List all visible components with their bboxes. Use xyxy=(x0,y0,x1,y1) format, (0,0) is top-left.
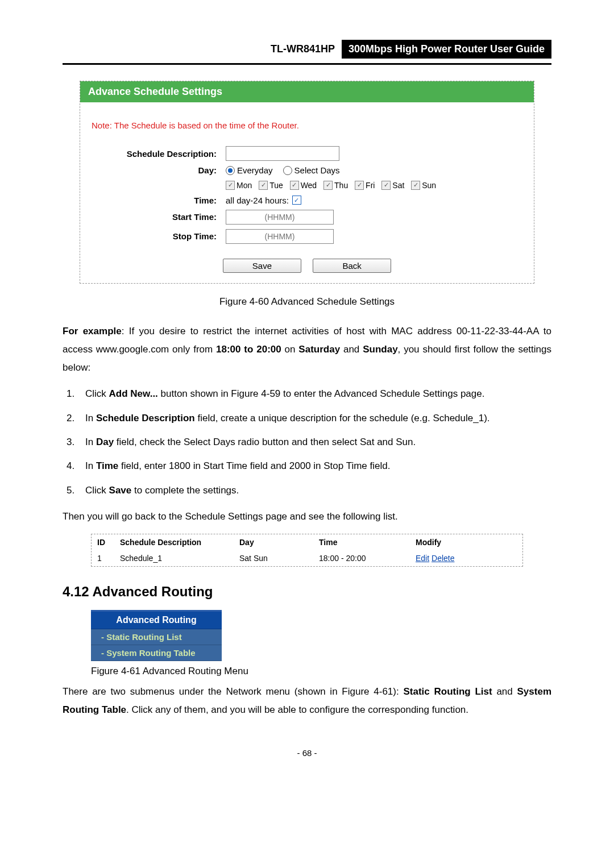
stop-time-input[interactable] xyxy=(226,229,334,244)
chk-tue[interactable]: ✓ xyxy=(259,181,268,190)
label-stop-time: Stop Time: xyxy=(92,231,226,241)
menu-title: Advanced Routing xyxy=(91,612,222,629)
radio-select-days[interactable] xyxy=(283,166,292,175)
step-4: In Time field, enter 1800 in Start Time … xyxy=(77,457,551,475)
chk-mon-label: Mon xyxy=(237,181,252,190)
advanced-routing-menu: Advanced Routing - Static Routing List -… xyxy=(91,610,222,661)
then-paragraph: Then you will go back to the Schedule Se… xyxy=(63,508,551,526)
chk-allday[interactable]: ✓ xyxy=(292,196,301,205)
radio-everyday-label: Everyday xyxy=(237,165,273,175)
radio-everyday[interactable] xyxy=(226,166,235,175)
step-1: Click Add New... button shown in Figure … xyxy=(77,385,551,403)
th-time: Time xyxy=(319,538,416,547)
td-time: 18:00 - 20:00 xyxy=(319,554,416,563)
save-button[interactable]: Save xyxy=(223,259,301,273)
edit-link[interactable]: Edit xyxy=(416,554,429,563)
advance-schedule-panel: Advance Schedule Settings Note: The Sche… xyxy=(80,81,534,284)
label-schedule-description: Schedule Description: xyxy=(92,149,226,159)
td-id: 1 xyxy=(97,554,120,563)
menu-item-static-routing[interactable]: - Static Routing List xyxy=(91,629,222,645)
time-allday-text: all day-24 hours: xyxy=(226,196,289,205)
chk-wed[interactable]: ✓ xyxy=(290,181,299,190)
chk-sun-label: Sun xyxy=(422,181,436,190)
td-day: Sat Sun xyxy=(239,554,319,563)
menu-item-system-routing-table[interactable]: - System Routing Table xyxy=(91,645,222,661)
schedule-description-input[interactable] xyxy=(226,146,339,161)
label-day: Day: xyxy=(92,165,226,175)
figure-4-61-caption: Figure 4-61 Advanced Routing Menu xyxy=(91,666,551,677)
figure-4-60-caption: Figure 4-60 Advanced Schedule Settings xyxy=(63,296,551,308)
chk-wed-label: Wed xyxy=(301,181,317,190)
chk-mon[interactable]: ✓ xyxy=(226,181,235,190)
day-checkboxes: ✓Mon ✓Tue ✓Wed ✓Thu ✓Fri ✓Sat ✓Sun xyxy=(92,180,522,190)
chk-thu[interactable]: ✓ xyxy=(323,181,333,190)
header-rule xyxy=(63,63,551,65)
doc-title: 300Mbps High Power Router User Guide xyxy=(342,40,551,59)
radio-select-days-label: Select Days xyxy=(294,165,340,175)
delete-link[interactable]: Delete xyxy=(432,554,454,563)
chk-sat-label: Sat xyxy=(392,181,404,190)
chk-sun[interactable]: ✓ xyxy=(411,181,420,190)
back-button[interactable]: Back xyxy=(313,259,391,273)
start-time-input[interactable] xyxy=(226,210,334,225)
step-2: In Schedule Description field, create a … xyxy=(77,409,551,427)
schedule-table: ID Schedule Description Day Time Modify … xyxy=(91,534,523,567)
section-4-12-heading: 4.12 Advanced Routing xyxy=(63,584,551,600)
chk-thu-label: Thu xyxy=(334,181,348,190)
example-paragraph: For example: If you desire to restrict t… xyxy=(63,322,551,377)
chk-fri-label: Fri xyxy=(366,181,375,190)
routing-paragraph: There are two submenus under the Network… xyxy=(63,683,551,720)
step-3: In Day field, check the Select Days radi… xyxy=(77,433,551,451)
chk-tue-label: Tue xyxy=(269,181,283,190)
steps-list: Click Add New... button shown in Figure … xyxy=(63,385,551,499)
chk-fri[interactable]: ✓ xyxy=(355,181,364,190)
th-id: ID xyxy=(97,538,120,547)
th-day: Day xyxy=(239,538,319,547)
page-number: - 68 - xyxy=(63,748,551,758)
chk-sat[interactable]: ✓ xyxy=(381,181,391,190)
step-5: Click Save to complete the settings. xyxy=(77,481,551,500)
panel-note: Note: The Schedule is based on the time … xyxy=(92,121,522,130)
th-modify: Modify xyxy=(416,538,495,547)
td-desc: Schedule_1 xyxy=(120,554,239,563)
label-time: Time: xyxy=(92,196,226,205)
th-desc: Schedule Description xyxy=(120,538,239,547)
doc-header: TL-WR841HP 300Mbps High Power Router Use… xyxy=(63,40,551,59)
panel-title: Advance Schedule Settings xyxy=(80,81,534,102)
doc-model: TL-WR841HP xyxy=(264,40,342,59)
label-start-time: Start Time: xyxy=(92,212,226,222)
